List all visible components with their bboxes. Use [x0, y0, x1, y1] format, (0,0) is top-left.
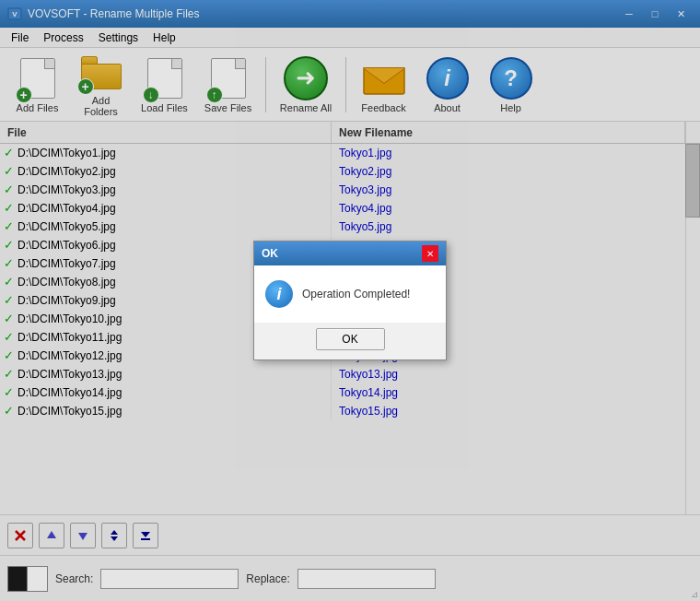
modal-close-button[interactable]: ✕	[422, 245, 438, 262]
modal-dialog: OK ✕ i Operation Completed! OK	[253, 241, 447, 360]
modal-overlay: OK ✕ i Operation Completed! OK	[0, 0, 700, 601]
modal-title-bar: OK ✕	[254, 242, 446, 265]
modal-ok-button[interactable]: OK	[316, 328, 385, 350]
modal-footer: OK	[254, 323, 446, 359]
modal-body: i Operation Completed!	[254, 265, 446, 323]
modal-message: Operation Completed!	[302, 288, 410, 300]
modal-title: OK	[262, 247, 422, 260]
modal-info-icon: i	[265, 280, 293, 308]
